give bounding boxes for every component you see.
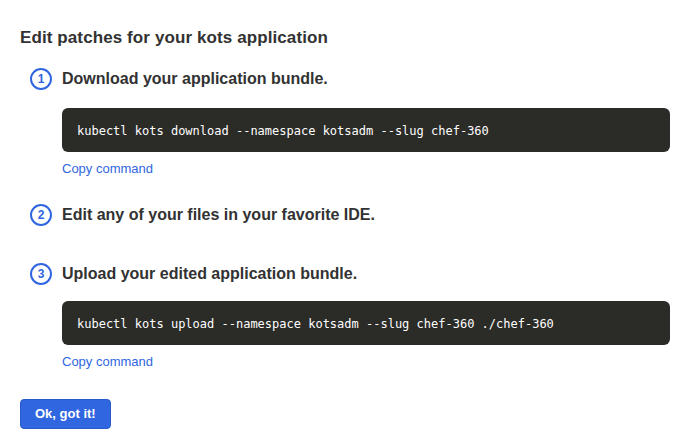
step-3-header: 3 Upload your edited application bundle. [30,263,670,285]
step-1-copy-command-link[interactable]: Copy command [62,161,153,176]
step-3-command-text: kubectl kots upload --namespace kotsadm … [77,317,554,331]
step-2-label: Edit any of your files in your favorite … [62,205,375,225]
page-title: Edit patches for your kots application [20,27,670,48]
ok-got-it-button[interactable]: Ok, got it! [20,399,111,429]
step-2-header: 2 Edit any of your files in your favorit… [30,204,670,226]
step-1-label: Download your application bundle. [62,69,328,89]
step-1-header: 1 Download your application bundle. [30,68,670,90]
step-3-copy-command-link[interactable]: Copy command [62,354,153,369]
step-3-code-snippet: kubectl kots upload --namespace kotsadm … [62,301,670,345]
step-3-number-badge: 3 [30,263,52,285]
step-2-number-badge: 2 [30,204,52,226]
step-1-command-text: kubectl kots download --namespace kotsad… [77,124,489,138]
step-1-code-snippet: kubectl kots download --namespace kotsad… [62,108,670,152]
edit-patches-panel: Edit patches for your kots application 1… [0,0,690,443]
step-3-label: Upload your edited application bundle. [62,264,357,284]
step-1-number-badge: 1 [30,68,52,90]
